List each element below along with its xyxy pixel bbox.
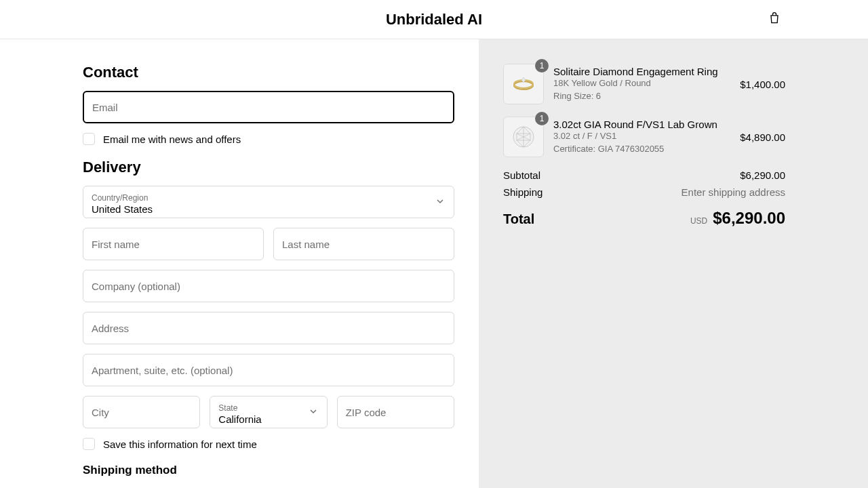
- checkout-form: Contact Email me with news and offers De…: [0, 39, 479, 488]
- item-info: Solitaire Diamond Engagement Ring 18K Ye…: [553, 66, 730, 102]
- item-meta: 3.02 ct / F / VS1: [553, 130, 730, 142]
- first-name-field[interactable]: [83, 228, 264, 260]
- total-value-wrapper: USD$6,290.00: [690, 209, 785, 228]
- order-summary: 1 Solitaire Diamond Engagement Ring 18K …: [479, 39, 868, 488]
- last-name-input[interactable]: [282, 239, 446, 250]
- item-meta: Certificate: GIA 7476302055: [553, 143, 730, 155]
- subtotal-row: Subtotal $6,290.00: [503, 169, 785, 181]
- item-info: 3.02ct GIA Round F/VS1 Lab Grown 3.02 ct…: [553, 119, 730, 155]
- chevron-down-icon: [436, 196, 444, 208]
- chevron-down-icon: [309, 406, 317, 418]
- country-label: Country/Region: [92, 194, 446, 202]
- email-field-wrapper[interactable]: [83, 91, 454, 123]
- item-title: 3.02ct GIA Round F/VS1 Lab Grown: [553, 119, 730, 130]
- newsletter-checkbox[interactable]: [83, 133, 95, 145]
- city-input[interactable]: [92, 407, 191, 418]
- country-select[interactable]: Country/Region United States: [83, 186, 454, 218]
- contact-heading: Contact: [83, 64, 454, 81]
- shipping-value: Enter shipping address: [682, 186, 785, 198]
- cart-icon[interactable]: [768, 11, 781, 28]
- newsletter-row: Email me with news and offers: [83, 133, 454, 145]
- first-name-input[interactable]: [92, 239, 255, 250]
- qty-badge: 1: [535, 112, 549, 125]
- apartment-field[interactable]: [83, 354, 454, 386]
- brand-title: Unbridaled AI: [386, 11, 482, 28]
- state-label: State: [218, 404, 318, 412]
- email-input[interactable]: [92, 102, 445, 113]
- total-row: Total USD$6,290.00: [503, 209, 785, 228]
- subtotal-label: Subtotal: [503, 169, 540, 181]
- last-name-field[interactable]: [273, 228, 454, 260]
- shipping-row: Shipping Enter shipping address: [503, 186, 785, 198]
- item-price: $4,890.00: [740, 131, 785, 143]
- total-label: Total: [503, 211, 534, 227]
- save-info-checkbox[interactable]: [83, 438, 95, 450]
- item-thumbnail: 1: [503, 64, 544, 104]
- cart-item: 1 Solitaire Diamond Engagement Ring 18K …: [503, 64, 785, 104]
- total-currency: USD: [690, 216, 707, 226]
- company-field[interactable]: [83, 270, 454, 302]
- address-input[interactable]: [92, 323, 446, 334]
- total-amount: $6,290.00: [713, 209, 785, 227]
- save-info-label: Save this information for next time: [103, 439, 257, 450]
- cart-item: 1 3.02ct GIA Round F/VS1 Lab Grown 3.02 …: [503, 117, 785, 157]
- item-title: Solitaire Diamond Engagement Ring: [553, 66, 730, 77]
- item-meta: 18K Yellow Gold / Round: [553, 77, 730, 89]
- zip-input[interactable]: [346, 407, 446, 418]
- company-input[interactable]: [92, 281, 446, 292]
- shipping-label: Shipping: [503, 186, 542, 198]
- header: Unbridaled AI: [0, 0, 868, 39]
- address-field[interactable]: [83, 312, 454, 344]
- state-value: California: [218, 413, 318, 425]
- zip-field[interactable]: [337, 396, 454, 428]
- newsletter-label: Email me with news and offers: [103, 134, 241, 145]
- subtotal-value: $6,290.00: [740, 169, 785, 181]
- state-select[interactable]: State California: [210, 396, 327, 428]
- item-price: $1,400.00: [740, 79, 785, 90]
- main: Contact Email me with news and offers De…: [0, 39, 868, 488]
- city-field[interactable]: [83, 396, 200, 428]
- delivery-heading: Delivery: [83, 159, 454, 176]
- item-thumbnail: 1: [503, 117, 544, 157]
- qty-badge: 1: [535, 59, 549, 73]
- apartment-input[interactable]: [92, 365, 446, 376]
- save-info-row: Save this information for next time: [83, 438, 454, 450]
- country-value: United States: [92, 203, 446, 215]
- item-meta: Ring Size: 6: [553, 90, 730, 102]
- shipping-method-heading: Shipping method: [83, 464, 454, 477]
